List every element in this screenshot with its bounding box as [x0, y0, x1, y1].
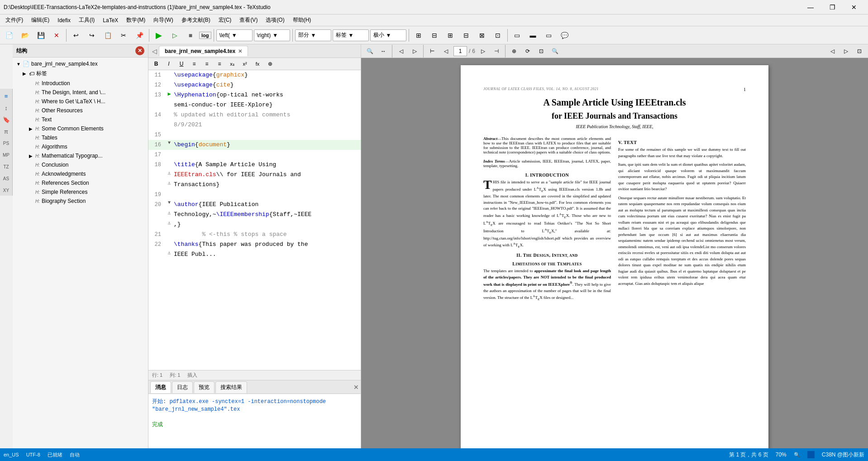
bold-button[interactable]: B	[150, 59, 162, 69]
bottom-tab-preview[interactable]: 预览	[194, 381, 215, 393]
sidebar-item-introduction[interactable]: H: Introduction	[13, 79, 148, 88]
sidebar-item-simple-references[interactable]: H: Simple References	[13, 187, 148, 197]
close-doc-button[interactable]: ✕	[49, 28, 64, 43]
sidebar-item-common-elements[interactable]: ▶ H: Some Common Elements	[13, 124, 148, 133]
redo-button[interactable]: ↪	[85, 28, 99, 43]
pdf-first-page[interactable]: ⊢	[426, 46, 438, 56]
copy-button[interactable]: 📋	[100, 28, 115, 43]
sidebar-item-references-section[interactable]: H: References Section	[13, 178, 148, 187]
close-button[interactable]: ✕	[844, 0, 864, 14]
sidebar-item-design[interactable]: H: The Design, Intent, and \...	[13, 88, 148, 97]
ps-icon[interactable]: PS	[1, 138, 12, 149]
table-icon-3[interactable]: ⊞	[443, 28, 458, 43]
math-icon[interactable]: π	[1, 126, 12, 137]
menu-item-latex[interactable]: LaTeX	[99, 16, 122, 24]
pdf-next-page[interactable]: ▷	[409, 46, 420, 56]
tree-root-item[interactable]: ▼ 📄 bare_jrnl_new_sample4.tex	[13, 59, 148, 68]
frame-icon-1[interactable]: ▭	[510, 28, 525, 43]
sidebar-item-conclusion[interactable]: H: Conclusion	[13, 160, 148, 169]
bottom-panel-close[interactable]: ✕	[353, 384, 359, 391]
superscript-button[interactable]: x²	[239, 59, 251, 69]
pdf-panel-left[interactable]: ◁	[826, 46, 838, 56]
menu-item-b[interactable]: 参考文献(B)	[178, 15, 214, 25]
section-dropdown[interactable]: 部分 ▼	[295, 29, 331, 41]
sidebar-item-acknowledgments[interactable]: H: Acknowledgments	[13, 169, 148, 178]
sidebar-item-other-resources[interactable]: H: Other Resources	[13, 106, 148, 115]
tree-tags-item[interactable]: ▶ 🏷 标签	[13, 68, 148, 79]
align-right-button[interactable]: ≡	[214, 59, 225, 69]
minimize-button[interactable]: —	[800, 0, 821, 14]
align-left-button[interactable]: ≡	[188, 59, 200, 69]
pdf-fit-width[interactable]: ↔	[377, 46, 389, 56]
table-icon-1[interactable]: ⊞	[411, 28, 426, 43]
menu-item-f[interactable]: 文件(F)	[2, 15, 27, 25]
mp-icon[interactable]: MP	[1, 149, 12, 160]
sidebar-item-biography[interactable]: H: Biography Section	[13, 197, 148, 206]
pdf-prev-page2[interactable]: ◁	[440, 46, 452, 56]
left-cmd-dropdown[interactable]: \left( ▼	[216, 29, 253, 41]
pdf-last-page[interactable]: ⊣	[491, 46, 502, 56]
pdf-hand-tool[interactable]: 🔍	[364, 46, 376, 56]
code-editor[interactable]: 11 \usepackage{graphicx} 12 \usepackage{…	[148, 70, 361, 370]
menu-item-v[interactable]: 查看(V)	[236, 15, 261, 25]
align-center-button[interactable]: ≡	[201, 59, 213, 69]
structure-icon[interactable]: ≡	[1, 91, 12, 101]
menu-item-e[interactable]: 编辑(E)	[28, 15, 53, 25]
size-dropdown[interactable]: 极小 ▼	[370, 29, 406, 41]
italic-button[interactable]: I	[163, 59, 175, 69]
table-icon-6[interactable]: ⊡	[491, 28, 505, 43]
menu-item-c[interactable]: 宏(C)	[215, 15, 235, 25]
menu-item-m[interactable]: 数学(M)	[123, 15, 149, 25]
tz-icon[interactable]: TZ	[1, 161, 12, 172]
compile-run-button[interactable]: ▶	[152, 28, 166, 43]
fx-button[interactable]: fx	[252, 59, 263, 69]
sidebar-close-button[interactable]: ✕	[135, 46, 144, 55]
pdf-sync[interactable]: ⟳	[522, 46, 534, 56]
table-icon-5[interactable]: ⊠	[475, 28, 489, 43]
pdf-panel-right[interactable]: ▷	[840, 46, 852, 56]
bottom-tab-messages[interactable]: 消息	[150, 381, 171, 393]
sidebar-item-text[interactable]: H: Text	[13, 115, 148, 124]
frame-icon-3[interactable]: ▭	[542, 28, 556, 43]
pdf-next-page2[interactable]: ▷	[477, 46, 489, 56]
sidebar-item-algorithms[interactable]: H: Algorithms	[13, 142, 148, 151]
menu-item-idefix[interactable]: Idefix	[54, 16, 74, 24]
ref-button[interactable]: ⊕	[264, 59, 276, 69]
frame-icon-2[interactable]: ▬	[526, 28, 540, 43]
toc-icon[interactable]: ↕	[1, 102, 12, 113]
sidebar-item-math[interactable]: ▶ H: Mathematical Typograp...	[13, 151, 148, 160]
pdf-zoom-out[interactable]: 🔍	[549, 46, 561, 56]
label-dropdown[interactable]: 标签 ▼	[333, 29, 369, 41]
menu-item-o[interactable]: 选项(O)	[262, 15, 288, 25]
save-button[interactable]: 💾	[33, 28, 48, 43]
subscript-button[interactable]: x₂	[226, 59, 238, 69]
pdf-zoom-in[interactable]: ⊕	[508, 46, 520, 56]
sidebar-item-where[interactable]: H: Where to Get \LaTeX \ H...	[13, 97, 148, 106]
table-icon-2[interactable]: ⊟	[427, 28, 442, 43]
editor-tab-close[interactable]: ✕	[238, 48, 242, 54]
sidebar-item-tables[interactable]: H: Tables	[13, 133, 148, 142]
pdf-zoom-fit[interactable]: ⊡	[535, 46, 547, 56]
menu-item-i[interactable]: 工具(I)	[75, 15, 98, 25]
undo-button[interactable]: ↩	[69, 28, 83, 43]
bottom-tab-search[interactable]: 搜索结果	[215, 381, 247, 393]
log-button[interactable]: log	[199, 32, 211, 39]
frame-icon-4[interactable]: 💬	[558, 28, 572, 43]
bottom-tab-log[interactable]: 日志	[172, 381, 193, 393]
compile-button[interactable]: ▷	[167, 28, 182, 43]
xy-icon[interactable]: XY	[1, 185, 12, 196]
bookmark-icon[interactable]: 🔖	[1, 114, 12, 125]
open-file-button[interactable]: 📂	[18, 28, 32, 43]
new-file-button[interactable]: 📄	[2, 28, 16, 43]
stop-button[interactable]: ■	[183, 28, 198, 43]
pdf-panel-expand[interactable]: ⊡	[854, 46, 865, 56]
editor-nav-left[interactable]: ◁	[150, 48, 159, 55]
pdf-content[interactable]: JOURNAL OF LATEX CLASS FILES, VOL. 14, N…	[361, 58, 868, 448]
menu-item-w[interactable]: 向导(W)	[150, 15, 176, 25]
pdf-page-input[interactable]	[453, 46, 467, 56]
right-cmd-dropdown[interactable]: \right) ▼	[254, 29, 290, 41]
cut-button[interactable]: ✂	[116, 28, 131, 43]
menu-item-h[interactable]: 帮助(H)	[289, 15, 315, 25]
table-icon-4[interactable]: ⊟	[459, 28, 473, 43]
as-icon[interactable]: AS	[1, 173, 12, 184]
